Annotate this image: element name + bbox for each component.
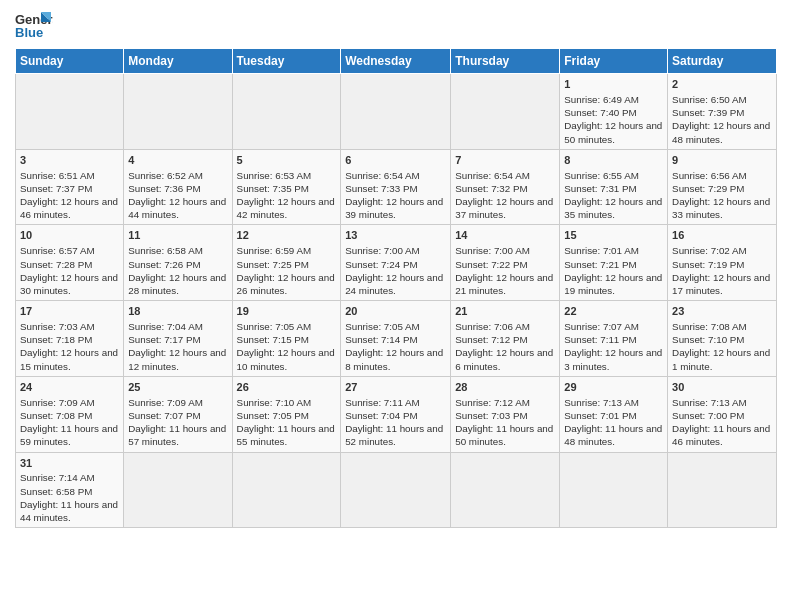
calendar-table: SundayMondayTuesdayWednesdayThursdayFrid… [15, 48, 777, 528]
calendar-cell: 29Sunrise: 7:13 AM Sunset: 7:01 PM Dayli… [560, 376, 668, 452]
calendar-cell: 27Sunrise: 7:11 AM Sunset: 7:04 PM Dayli… [341, 376, 451, 452]
calendar-cell [560, 452, 668, 528]
day-info: Sunrise: 7:08 AM Sunset: 7:10 PM Dayligh… [672, 320, 772, 373]
calendar-cell: 25Sunrise: 7:09 AM Sunset: 7:07 PM Dayli… [124, 376, 232, 452]
day-number: 11 [128, 228, 227, 243]
day-info: Sunrise: 7:00 AM Sunset: 7:22 PM Dayligh… [455, 244, 555, 297]
day-number: 4 [128, 153, 227, 168]
logo: General Blue [15, 10, 53, 42]
day-info: Sunrise: 7:07 AM Sunset: 7:11 PM Dayligh… [564, 320, 663, 373]
day-info: Sunrise: 6:49 AM Sunset: 7:40 PM Dayligh… [564, 93, 663, 146]
day-number: 27 [345, 380, 446, 395]
day-info: Sunrise: 6:56 AM Sunset: 7:29 PM Dayligh… [672, 169, 772, 222]
calendar-week-0: 1Sunrise: 6:49 AM Sunset: 7:40 PM Daylig… [16, 74, 777, 150]
calendar-week-2: 10Sunrise: 6:57 AM Sunset: 7:28 PM Dayli… [16, 225, 777, 301]
day-info: Sunrise: 7:09 AM Sunset: 7:07 PM Dayligh… [128, 396, 227, 449]
calendar-cell: 8Sunrise: 6:55 AM Sunset: 7:31 PM Daylig… [560, 149, 668, 225]
calendar-cell: 21Sunrise: 7:06 AM Sunset: 7:12 PM Dayli… [451, 301, 560, 377]
calendar-cell: 3Sunrise: 6:51 AM Sunset: 7:37 PM Daylig… [16, 149, 124, 225]
day-info: Sunrise: 7:05 AM Sunset: 7:14 PM Dayligh… [345, 320, 446, 373]
day-info: Sunrise: 7:11 AM Sunset: 7:04 PM Dayligh… [345, 396, 446, 449]
day-info: Sunrise: 7:12 AM Sunset: 7:03 PM Dayligh… [455, 396, 555, 449]
day-info: Sunrise: 7:06 AM Sunset: 7:12 PM Dayligh… [455, 320, 555, 373]
day-info: Sunrise: 7:10 AM Sunset: 7:05 PM Dayligh… [237, 396, 337, 449]
calendar-week-3: 17Sunrise: 7:03 AM Sunset: 7:18 PM Dayli… [16, 301, 777, 377]
calendar-cell: 14Sunrise: 7:00 AM Sunset: 7:22 PM Dayli… [451, 225, 560, 301]
calendar-cell: 24Sunrise: 7:09 AM Sunset: 7:08 PM Dayli… [16, 376, 124, 452]
day-number: 3 [20, 153, 119, 168]
calendar-cell [668, 452, 777, 528]
day-number: 12 [237, 228, 337, 243]
day-info: Sunrise: 7:05 AM Sunset: 7:15 PM Dayligh… [237, 320, 337, 373]
calendar-cell: 26Sunrise: 7:10 AM Sunset: 7:05 PM Dayli… [232, 376, 341, 452]
calendar-cell [232, 452, 341, 528]
day-info: Sunrise: 6:58 AM Sunset: 7:26 PM Dayligh… [128, 244, 227, 297]
calendar-cell: 2Sunrise: 6:50 AM Sunset: 7:39 PM Daylig… [668, 74, 777, 150]
calendar-week-5: 31Sunrise: 7:14 AM Sunset: 6:58 PM Dayli… [16, 452, 777, 528]
day-info: Sunrise: 7:13 AM Sunset: 7:01 PM Dayligh… [564, 396, 663, 449]
day-number: 24 [20, 380, 119, 395]
day-info: Sunrise: 6:55 AM Sunset: 7:31 PM Dayligh… [564, 169, 663, 222]
day-number: 28 [455, 380, 555, 395]
day-header-wednesday: Wednesday [341, 49, 451, 74]
calendar-cell: 22Sunrise: 7:07 AM Sunset: 7:11 PM Dayli… [560, 301, 668, 377]
calendar-cell: 9Sunrise: 6:56 AM Sunset: 7:29 PM Daylig… [668, 149, 777, 225]
calendar-cell: 18Sunrise: 7:04 AM Sunset: 7:17 PM Dayli… [124, 301, 232, 377]
day-number: 19 [237, 304, 337, 319]
calendar-cell [341, 452, 451, 528]
calendar-cell [451, 452, 560, 528]
day-header-monday: Monday [124, 49, 232, 74]
calendar-cell [451, 74, 560, 150]
day-number: 31 [20, 456, 119, 471]
calendar-cell: 1Sunrise: 6:49 AM Sunset: 7:40 PM Daylig… [560, 74, 668, 150]
day-info: Sunrise: 7:03 AM Sunset: 7:18 PM Dayligh… [20, 320, 119, 373]
day-number: 30 [672, 380, 772, 395]
calendar-cell: 31Sunrise: 7:14 AM Sunset: 6:58 PM Dayli… [16, 452, 124, 528]
calendar-cell [341, 74, 451, 150]
day-number: 14 [455, 228, 555, 243]
day-header-sunday: Sunday [16, 49, 124, 74]
calendar-cell: 19Sunrise: 7:05 AM Sunset: 7:15 PM Dayli… [232, 301, 341, 377]
day-number: 6 [345, 153, 446, 168]
day-info: Sunrise: 7:09 AM Sunset: 7:08 PM Dayligh… [20, 396, 119, 449]
day-header-saturday: Saturday [668, 49, 777, 74]
day-info: Sunrise: 6:52 AM Sunset: 7:36 PM Dayligh… [128, 169, 227, 222]
calendar-cell: 6Sunrise: 6:54 AM Sunset: 7:33 PM Daylig… [341, 149, 451, 225]
day-number: 15 [564, 228, 663, 243]
day-info: Sunrise: 7:14 AM Sunset: 6:58 PM Dayligh… [20, 471, 119, 524]
calendar-cell: 16Sunrise: 7:02 AM Sunset: 7:19 PM Dayli… [668, 225, 777, 301]
calendar-week-4: 24Sunrise: 7:09 AM Sunset: 7:08 PM Dayli… [16, 376, 777, 452]
calendar-cell: 28Sunrise: 7:12 AM Sunset: 7:03 PM Dayli… [451, 376, 560, 452]
calendar-cell [124, 452, 232, 528]
day-info: Sunrise: 6:53 AM Sunset: 7:35 PM Dayligh… [237, 169, 337, 222]
calendar-week-1: 3Sunrise: 6:51 AM Sunset: 7:37 PM Daylig… [16, 149, 777, 225]
calendar-body: 1Sunrise: 6:49 AM Sunset: 7:40 PM Daylig… [16, 74, 777, 528]
day-number: 10 [20, 228, 119, 243]
day-info: Sunrise: 6:59 AM Sunset: 7:25 PM Dayligh… [237, 244, 337, 297]
day-number: 8 [564, 153, 663, 168]
calendar-cell: 4Sunrise: 6:52 AM Sunset: 7:36 PM Daylig… [124, 149, 232, 225]
calendar-cell: 17Sunrise: 7:03 AM Sunset: 7:18 PM Dayli… [16, 301, 124, 377]
calendar-cell: 5Sunrise: 6:53 AM Sunset: 7:35 PM Daylig… [232, 149, 341, 225]
calendar-cell: 10Sunrise: 6:57 AM Sunset: 7:28 PM Dayli… [16, 225, 124, 301]
day-header-friday: Friday [560, 49, 668, 74]
day-number: 26 [237, 380, 337, 395]
day-number: 7 [455, 153, 555, 168]
day-number: 1 [564, 77, 663, 92]
day-number: 17 [20, 304, 119, 319]
day-number: 18 [128, 304, 227, 319]
day-info: Sunrise: 7:02 AM Sunset: 7:19 PM Dayligh… [672, 244, 772, 297]
calendar-cell: 7Sunrise: 6:54 AM Sunset: 7:32 PM Daylig… [451, 149, 560, 225]
logo-icon: General Blue [15, 10, 53, 42]
day-number: 23 [672, 304, 772, 319]
calendar-cell [232, 74, 341, 150]
day-number: 9 [672, 153, 772, 168]
calendar-cell: 13Sunrise: 7:00 AM Sunset: 7:24 PM Dayli… [341, 225, 451, 301]
day-info: Sunrise: 6:54 AM Sunset: 7:33 PM Dayligh… [345, 169, 446, 222]
calendar-cell: 11Sunrise: 6:58 AM Sunset: 7:26 PM Dayli… [124, 225, 232, 301]
day-info: Sunrise: 6:54 AM Sunset: 7:32 PM Dayligh… [455, 169, 555, 222]
day-info: Sunrise: 7:01 AM Sunset: 7:21 PM Dayligh… [564, 244, 663, 297]
day-number: 5 [237, 153, 337, 168]
day-info: Sunrise: 6:57 AM Sunset: 7:28 PM Dayligh… [20, 244, 119, 297]
calendar-cell [16, 74, 124, 150]
